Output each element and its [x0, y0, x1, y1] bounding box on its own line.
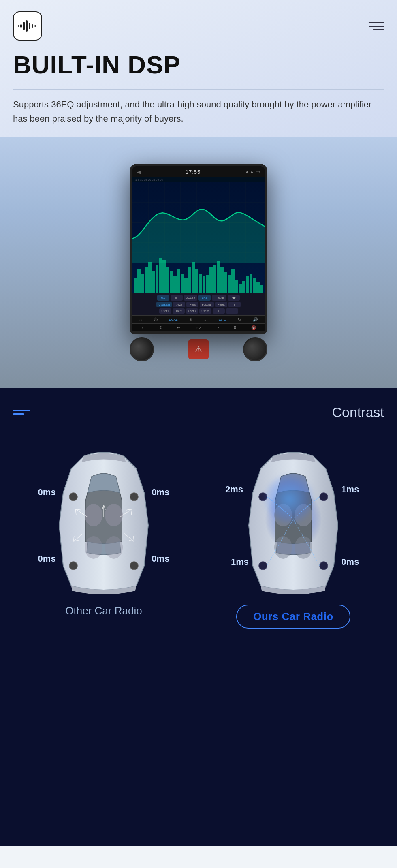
svg-point-29	[274, 536, 292, 559]
title-area: BUILT-IN DSP	[0, 47, 397, 82]
knob-row: ⚠	[130, 337, 267, 361]
svg-point-30	[295, 536, 312, 559]
eq-bars-area	[132, 249, 265, 293]
svg-point-34	[320, 562, 328, 570]
svg-rect-0	[20, 24, 22, 28]
ours-timing-top-left: 2ms	[225, 484, 243, 495]
screen-topbar: ◀ 17:55 ▲▲ ▭	[132, 166, 265, 177]
contrast-label: Contrast	[332, 404, 384, 420]
bottom-section: Contrast 0ms 0ms 0ms 0ms	[0, 388, 397, 846]
title-divider	[13, 89, 384, 90]
svg-point-24	[69, 562, 77, 570]
comparison-area: 0ms 0ms 0ms 0ms	[13, 444, 384, 629]
other-timing-top-right: 0ms	[152, 487, 169, 498]
svg-point-20	[85, 536, 102, 559]
logo	[13, 11, 42, 41]
svg-point-19	[105, 504, 123, 526]
svg-point-25	[130, 562, 138, 570]
ours-timing-bottom-left: 1ms	[231, 557, 249, 567]
svg-point-18	[85, 504, 102, 526]
top-section: BUILT-IN DSP Supports 36EQ adjustment, a…	[0, 0, 397, 388]
dashboard-container: ◀ 17:55 ▲▲ ▭ 1 5 10 15 20 25 30 36	[0, 137, 397, 388]
svg-point-23	[130, 493, 138, 501]
ours-car-radio-button[interactable]: Ours Car Radio	[236, 605, 350, 629]
ours-car-comparison: 2ms 1ms 1ms 0ms	[203, 444, 384, 629]
sound-glow	[265, 475, 314, 524]
svg-point-21	[105, 536, 123, 559]
ours-timing-bottom-right: 0ms	[341, 557, 359, 567]
svg-point-33	[259, 562, 267, 570]
svg-point-22	[69, 493, 77, 501]
svg-rect-5	[34, 25, 36, 27]
screen-time: 17:55	[186, 169, 201, 175]
ours-timing-top-right: 1ms	[341, 484, 359, 495]
contrast-header: Contrast	[13, 404, 384, 428]
other-car-svg	[47, 444, 160, 598]
svg-rect-6	[18, 25, 19, 27]
other-timing-bottom-right: 0ms	[152, 554, 169, 564]
svg-rect-1	[23, 22, 25, 30]
other-timing-bottom-left: 0ms	[38, 554, 56, 564]
ours-car-wrapper: 2ms 1ms 1ms 0ms	[237, 444, 350, 598]
eq-display	[132, 182, 265, 293]
car-screen: ◀ 17:55 ▲▲ ▭ 1 5 10 15 20 25 30 36	[130, 164, 267, 334]
lines-icon	[13, 410, 30, 415]
other-car-label: Other Car Radio	[65, 605, 142, 617]
svg-rect-2	[26, 20, 28, 32]
other-timing-top-left: 0ms	[38, 487, 56, 498]
other-car-wrapper: 0ms 0ms 0ms 0ms	[47, 444, 160, 598]
header	[0, 0, 397, 47]
subtitle-text: Supports 36EQ adjustment, and the ultra-…	[0, 97, 397, 137]
other-car-comparison: 0ms 0ms 0ms 0ms	[13, 444, 194, 617]
hero-image: ◀ 17:55 ▲▲ ▭ 1 5 10 15 20 25 30 36	[0, 137, 397, 388]
audio-logo-icon	[18, 16, 37, 36]
screen-nav: ⌂ ⏻ DUAL ❄ ≈ AUTO ↻ 🔊	[132, 315, 265, 323]
hamburger-menu-icon[interactable]	[369, 22, 384, 30]
svg-rect-3	[29, 23, 30, 29]
screen-controls: dts ||| DOLBY SRS Through ◀▶ Classical J…	[132, 293, 265, 315]
svg-point-32	[320, 493, 328, 501]
screen-nav-2: ← 0 ↩ ⊿⊿ ~ 0 🔇	[132, 323, 265, 331]
page-title: BUILT-IN DSP	[13, 51, 384, 79]
svg-rect-4	[32, 24, 33, 28]
